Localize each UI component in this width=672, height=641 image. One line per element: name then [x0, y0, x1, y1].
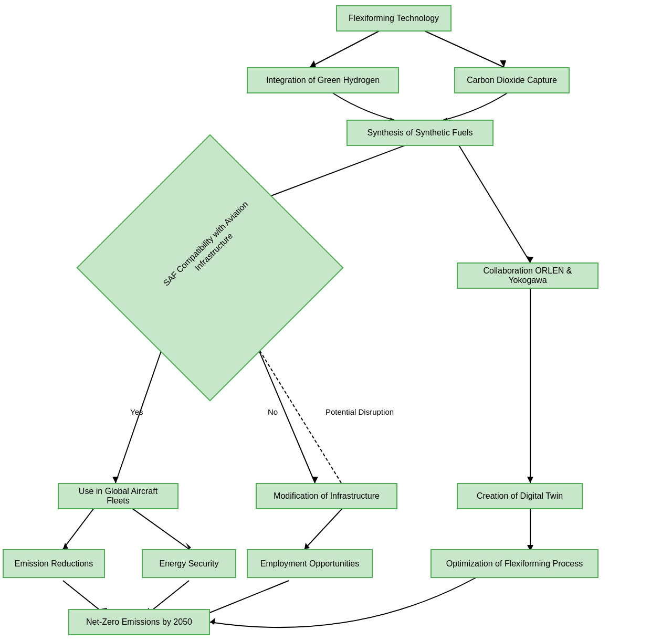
- svg-marker-1: [310, 60, 316, 67]
- svg-line-8: [457, 142, 530, 262]
- svg-line-2: [420, 29, 504, 67]
- synthetic-fuels-node: Synthesis of Synthetic Fuels: [346, 120, 494, 146]
- svg-marker-3: [500, 60, 506, 67]
- digital-twin-node: Creation of Digital Twin: [457, 483, 583, 509]
- svg-marker-9: [526, 256, 533, 262]
- flexiforming-node: Flexiforming Technology: [336, 5, 452, 31]
- employment-node: Employment Opportunities: [247, 549, 373, 578]
- svg-text:Potential Disruption: Potential Disruption: [326, 407, 394, 416]
- svg-text:No: No: [268, 407, 278, 416]
- green-hydrogen-node: Integration of Green Hydrogen: [247, 67, 399, 93]
- svg-marker-15: [112, 477, 119, 483]
- svg-marker-18: [312, 477, 318, 483]
- collaboration-node: Collaboration ORLEN & Yokogawa: [457, 262, 598, 289]
- co2-capture-node: Carbon Dioxide Capture: [454, 67, 570, 93]
- svg-line-20: [257, 346, 341, 483]
- svg-line-23: [63, 504, 97, 549]
- svg-marker-28: [304, 543, 310, 549]
- flowchart: Yes No Potential Disruption: [0, 0, 672, 641]
- svg-line-27: [304, 504, 346, 549]
- energy-security-node: Energy Security: [142, 549, 236, 578]
- saf-diamond: [76, 134, 343, 401]
- svg-line-14: [116, 346, 163, 483]
- arrows-svg: Yes No Potential Disruption: [0, 0, 672, 641]
- svg-line-33: [200, 581, 289, 617]
- svg-line-25: [126, 504, 189, 549]
- svg-marker-24: [63, 543, 68, 549]
- svg-text:Yes: Yes: [130, 407, 143, 416]
- optimization-node: Optimization of Flexiforming Process: [430, 549, 598, 578]
- svg-line-0: [310, 29, 383, 67]
- global-fleets-node: Use in Global Aircraft Fleets: [58, 483, 178, 509]
- svg-line-17: [257, 346, 315, 483]
- mod-infra-node: Modification of Infrastructure: [256, 483, 397, 509]
- net-zero-node: Net-Zero Emissions by 2050: [68, 609, 210, 635]
- svg-marker-11: [527, 477, 533, 483]
- svg-marker-26: [186, 543, 191, 549]
- emission-node: Emission Reductions: [3, 549, 105, 578]
- svg-marker-35: [210, 618, 215, 625]
